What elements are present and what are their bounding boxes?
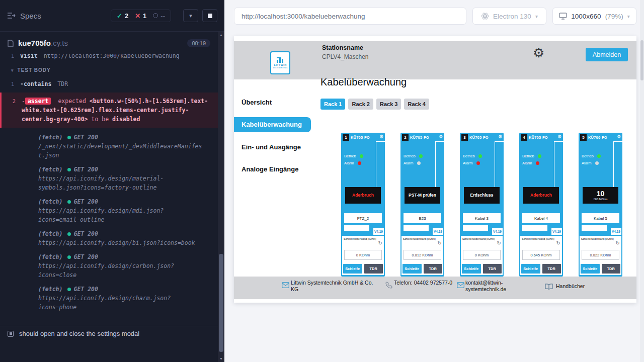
- url-input[interactable]: [234, 8, 466, 25]
- success-dot-icon: [67, 255, 71, 259]
- betrieb-label: Betrieb: [404, 154, 416, 158]
- measurement-label: Schleifenwiderstand [kOhm]: [403, 237, 436, 240]
- card-model-label: KÜ705-FO: [410, 135, 429, 140]
- tdr-button[interactable]: TDR: [602, 264, 621, 274]
- firmware-version-badge: V4.19: [492, 228, 503, 235]
- fetch-url: /_next/static/development/_devMiddleware…: [38, 142, 205, 160]
- refresh-icon[interactable]: ↻: [616, 240, 620, 246]
- alarm-label: Alarm: [404, 161, 414, 165]
- alarm-label: Alarm: [582, 161, 592, 165]
- scroll-up-icon[interactable]: ▲: [218, 33, 224, 37]
- tab-rack-4[interactable]: Rack 4: [404, 99, 429, 110]
- fetch-url: https://api.iconify.design/material-symb…: [38, 174, 205, 192]
- book-icon: [545, 284, 553, 290]
- status-display: PST-M prüfen: [405, 187, 440, 204]
- spec-timer-badge: 00:19: [187, 39, 210, 47]
- tdr-button[interactable]: TDR: [424, 264, 443, 274]
- scroll-down-icon[interactable]: ▼: [218, 357, 224, 360]
- command-number: [0, 285, 20, 312]
- settings-gear-icon[interactable]: ⚙: [533, 46, 544, 60]
- browser-selector[interactable]: Electron 130 ▾: [472, 8, 546, 25]
- stat-passed: ✓2: [117, 12, 128, 20]
- refresh-icon[interactable]: ↻: [497, 240, 501, 246]
- scrollbar-thumb[interactable]: [640, 40, 643, 80]
- page-scrollbar[interactable]: [640, 0, 644, 362]
- betrieb-led: [360, 154, 363, 158]
- pending-count: --: [160, 12, 165, 20]
- stat-failed: ✕1: [135, 12, 146, 20]
- card-gear-icon[interactable]: ⚙: [557, 133, 562, 140]
- viewport-selector[interactable]: 1000x660 (79%) ▾: [552, 8, 636, 25]
- cable-name: B23: [404, 213, 441, 223]
- tdr-button[interactable]: TDR: [483, 264, 502, 274]
- command-row-contains[interactable]: 1 -contains TDR: [0, 78, 218, 89]
- tab-rack-1[interactable]: Rack 1: [320, 99, 345, 110]
- specs-menu-button[interactable]: Specs: [7, 12, 41, 20]
- network-log-row[interactable]: (fetch)GET 200 https://api.iconify.desig…: [0, 197, 218, 224]
- mail-icon: [282, 282, 289, 288]
- cypress-runner-window: Specs ✓2 ✕1 -- ▾ kue705fo.cy.ts 00:19 1 …: [0, 0, 644, 362]
- command-row-visit[interactable]: 1 visit http://localhost:3000/kabelueber…: [0, 54, 218, 61]
- betrieb-led: [597, 154, 601, 158]
- phone-number: Telefon: 04402 972577-0: [394, 280, 456, 286]
- fetch-label: (fetch): [38, 197, 62, 206]
- refresh-icon[interactable]: ↻: [378, 240, 382, 246]
- refresh-icon[interactable]: ↻: [438, 240, 442, 246]
- alarm-led: [476, 161, 480, 165]
- status-display: 10ISO MOhm: [583, 187, 618, 204]
- network-log-row[interactable]: (fetch)GET 200 https://api.iconify.desig…: [0, 285, 218, 312]
- logout-button[interactable]: Abmelden: [586, 48, 628, 61]
- tab-rack-2[interactable]: Rack 2: [348, 99, 373, 110]
- network-log-row[interactable]: (fetch)GET 200 https://api.iconify.desig…: [0, 165, 218, 192]
- schleife-button[interactable]: Schleife: [521, 264, 540, 274]
- measurement-panel: Schleifenwiderstand [kOhm] ↻ 0.645 KOhm …: [520, 236, 562, 275]
- status-text: PST-M prüfen: [409, 193, 436, 198]
- fetch-entry: (fetch)GET 200 https://api.iconify.desig…: [20, 165, 218, 192]
- command-arg: http://localhost:3000/kabelueberwachung: [44, 54, 180, 60]
- sidebar-item-analoge-eingaenge[interactable]: Analoge Eingänge: [242, 165, 298, 173]
- sidebar-item-uebersicht[interactable]: Übersicht: [242, 99, 272, 106]
- schleife-button[interactable]: Schleife: [581, 264, 600, 274]
- sidebar-item-ein-und-ausgaenge[interactable]: Ein- und Ausgänge: [242, 143, 301, 151]
- stop-run-button[interactable]: [202, 9, 217, 22]
- refresh-icon[interactable]: ↻: [556, 240, 560, 246]
- schleife-button[interactable]: Schleife: [403, 264, 422, 274]
- network-log-row[interactable]: (fetch)GET 200 https://api.iconify.desig…: [0, 252, 218, 280]
- test-body-section-toggle[interactable]: ▾ TEST BODY: [0, 61, 218, 78]
- next-test-row[interactable]: should open and close the settings modal: [0, 326, 218, 341]
- tdr-button[interactable]: TDR: [364, 264, 383, 274]
- schleife-button[interactable]: Schleife: [462, 264, 481, 274]
- failed-assert-row[interactable]: 2 -assert expected <button.w-[50%].h-[1.…: [0, 93, 218, 128]
- card-gear-icon[interactable]: ⚙: [498, 133, 503, 140]
- betrieb-label: Betrieb: [582, 154, 594, 158]
- network-log-row[interactable]: (fetch)GET 200 https://api.iconify.desig…: [0, 229, 218, 247]
- tab-rack-3[interactable]: Rack 3: [376, 99, 401, 110]
- divider: [613, 141, 614, 187]
- card-gear-icon[interactable]: ⚙: [379, 133, 384, 140]
- stat-pending: --: [153, 12, 165, 20]
- betrieb-led: [419, 154, 423, 158]
- scrollbar-thumb[interactable]: [219, 254, 223, 352]
- spec-file-row[interactable]: kue705fo.cy.ts 00:19: [0, 32, 218, 54]
- divider: [522, 225, 547, 231]
- test-body-label: TEST BODY: [18, 66, 51, 75]
- status-text: Erdschluss: [470, 193, 494, 198]
- manuals-link[interactable]: Handbücher: [556, 283, 585, 290]
- command-number: 1: [0, 54, 20, 60]
- betrieb-indicator: Betrieb: [522, 154, 541, 158]
- assert-message: -assert expected <button.w-[50%].h-[1.56…: [22, 97, 213, 124]
- command-number: [0, 133, 20, 160]
- alarm-indicator: Alarm: [344, 161, 361, 165]
- card-gear-icon[interactable]: ⚙: [617, 133, 621, 140]
- sidebar-item-kabelueberwachung[interactable]: Kabelüberwachung: [234, 117, 311, 132]
- app-under-test: LITTWIN SYSTEMTECHNIK Stationsname CPLV4…: [234, 36, 636, 303]
- fetch-url: https://api.iconify.design/mdi.json?icon…: [38, 206, 205, 224]
- card-gear-icon[interactable]: ⚙: [439, 133, 443, 140]
- card-number-badge: 1: [343, 134, 349, 141]
- network-log-row[interactable]: (fetch)GET 200 /_next/static/development…: [0, 133, 218, 160]
- reporter-scrollbar[interactable]: ▲ ▼: [218, 32, 224, 362]
- schleife-button[interactable]: Schleife: [343, 264, 362, 274]
- email-address[interactable]: kontakt@littwin-systemtechnik.de: [465, 280, 512, 293]
- collapse-runs-button[interactable]: ▾: [183, 9, 198, 22]
- tdr-button[interactable]: TDR: [542, 264, 561, 274]
